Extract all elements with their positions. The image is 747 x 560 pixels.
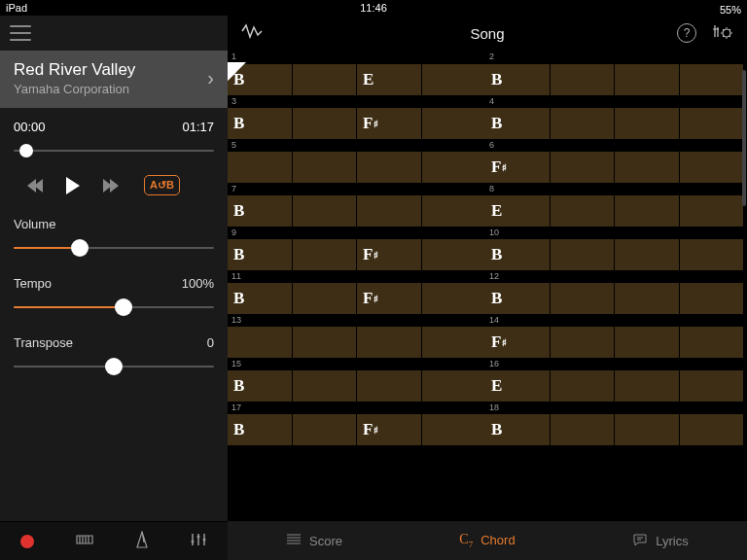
beat-cell[interactable]	[615, 414, 679, 445]
beat-cell[interactable]	[293, 108, 357, 139]
bar[interactable]: 10B	[485, 227, 743, 270]
beat-cell[interactable]	[615, 64, 679, 95]
mixer-button[interactable]	[190, 532, 207, 551]
bar[interactable]: 4B	[485, 95, 743, 139]
beat-cell[interactable]	[615, 370, 679, 402]
beat-cell[interactable]	[615, 327, 679, 358]
beat-cell[interactable]	[357, 327, 421, 358]
waveform-icon[interactable]	[241, 23, 263, 43]
beat-cell[interactable]	[422, 370, 486, 402]
record-button[interactable]	[20, 535, 34, 548]
bar[interactable]: 7B	[228, 183, 485, 227]
bar[interactable]: 3B F♯	[228, 95, 485, 139]
play-button[interactable]	[66, 177, 80, 194]
bar[interactable]: 16E	[485, 358, 743, 402]
chord-grid[interactable]: 1B E 2B 3B F♯ 4B 5 6F♯ 7B 8E 9B F♯ 10B 1…	[228, 51, 747, 521]
beat-cell[interactable]: B	[228, 370, 292, 402]
beat-cell[interactable]: B	[228, 283, 292, 314]
beat-cell[interactable]	[615, 195, 679, 227]
bar[interactable]: 17B F♯	[228, 402, 485, 445]
bar[interactable]: 6F♯	[485, 139, 743, 183]
beat-cell[interactable]	[551, 108, 615, 139]
bar[interactable]: 5	[228, 139, 485, 183]
beat-cell[interactable]	[357, 152, 421, 183]
beat-cell[interactable]	[228, 327, 292, 358]
beat-cell[interactable]: B	[228, 414, 292, 445]
beat-cell[interactable]	[293, 64, 357, 95]
beat-cell[interactable]: E	[357, 64, 421, 95]
beat-cell[interactable]	[615, 239, 679, 270]
beat-cell[interactable]	[357, 195, 421, 227]
help-button[interactable]: ?	[677, 23, 696, 43]
song-header[interactable]: Red River Valley Yamaha Corporation ›	[0, 51, 228, 108]
beat-cell[interactable]	[551, 370, 615, 402]
transpose-slider[interactable]	[14, 360, 214, 373]
bar[interactable]: 2B	[485, 51, 743, 95]
beat-cell[interactable]: F♯	[357, 283, 421, 314]
tab-lyrics[interactable]: Lyrics	[574, 533, 747, 549]
beat-cell[interactable]	[680, 370, 744, 402]
beat-cell[interactable]	[293, 283, 357, 314]
bar[interactable]: 15B	[228, 358, 485, 402]
settings-button[interactable]	[712, 22, 733, 44]
beat-cell[interactable]	[422, 195, 486, 227]
beat-cell[interactable]	[680, 195, 744, 227]
instrument-button[interactable]	[75, 532, 94, 551]
beat-cell[interactable]	[680, 108, 744, 139]
metronome-button[interactable]	[135, 531, 149, 552]
beat-cell[interactable]	[615, 152, 679, 183]
ab-repeat-button[interactable]: A↺B	[144, 175, 180, 195]
beat-cell[interactable]: B	[485, 414, 550, 445]
bar[interactable]: 12B	[485, 270, 743, 314]
scrollbar[interactable]	[742, 70, 746, 206]
bar[interactable]: 14F♯	[485, 314, 743, 358]
bar[interactable]: 8E	[485, 183, 743, 227]
beat-cell[interactable]: B	[228, 108, 292, 139]
beat-cell[interactable]	[551, 64, 615, 95]
beat-cell[interactable]	[680, 152, 744, 183]
bar[interactable]: 18B	[485, 402, 743, 445]
bar[interactable]: 13	[228, 314, 485, 358]
tab-score[interactable]: Score	[228, 533, 401, 549]
beat-cell[interactable]: B	[485, 239, 550, 270]
beat-cell[interactable]	[615, 108, 679, 139]
beat-cell[interactable]	[422, 108, 486, 139]
beat-cell[interactable]: F♯	[357, 108, 421, 139]
volume-slider[interactable]	[14, 241, 214, 255]
beat-cell[interactable]	[680, 283, 744, 314]
beat-cell[interactable]	[551, 327, 615, 358]
rewind-button[interactable]	[27, 179, 41, 192]
beat-cell[interactable]	[293, 327, 357, 358]
beat-cell[interactable]	[680, 414, 744, 445]
beat-cell[interactable]	[680, 64, 744, 95]
beat-cell[interactable]	[293, 239, 357, 270]
fast-forward-button[interactable]	[105, 179, 119, 192]
tab-chord[interactable]: C7 Chord	[401, 532, 574, 549]
seek-slider[interactable]	[14, 144, 214, 158]
beat-cell[interactable]	[422, 327, 486, 358]
beat-cell[interactable]	[422, 239, 486, 270]
beat-cell[interactable]	[680, 239, 744, 270]
beat-cell[interactable]: B	[228, 239, 292, 270]
beat-cell[interactable]: B	[228, 195, 292, 227]
beat-cell[interactable]	[422, 414, 486, 445]
beat-cell[interactable]	[293, 414, 357, 445]
beat-cell[interactable]: E	[485, 370, 550, 402]
bar[interactable]: 1B E	[228, 51, 485, 95]
beat-cell[interactable]: F♯	[357, 239, 421, 270]
beat-cell[interactable]	[422, 152, 486, 183]
beat-cell[interactable]	[680, 327, 744, 358]
beat-cell[interactable]	[293, 195, 357, 227]
beat-cell[interactable]	[357, 370, 421, 402]
beat-cell[interactable]	[551, 239, 615, 270]
beat-cell[interactable]	[293, 152, 357, 183]
beat-cell[interactable]	[293, 370, 357, 402]
beat-cell[interactable]	[422, 283, 486, 314]
beat-cell[interactable]	[228, 152, 292, 183]
beat-cell[interactable]	[422, 64, 486, 95]
beat-cell[interactable]: F♯	[485, 152, 550, 183]
beat-cell[interactable]	[615, 283, 679, 314]
beat-cell[interactable]	[551, 195, 615, 227]
beat-cell[interactable]: B	[485, 283, 550, 314]
beat-cell[interactable]	[551, 152, 615, 183]
